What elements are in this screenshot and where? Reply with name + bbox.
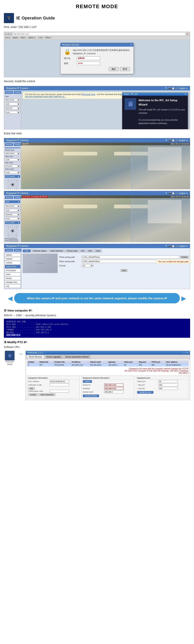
tab-character[interactable]: Character display	[31, 249, 48, 252]
header-section: firST 1 IE Operation Guide	[0, 12, 194, 25]
install-dialog-title: Setup - IPC_AX	[124, 93, 138, 95]
nav-camera[interactable]: Camera	[5, 261, 20, 264]
username-input[interactable]: admin	[77, 56, 100, 60]
nav-videoadio[interactable]: Video&Audio	[5, 265, 20, 268]
tab-video[interactable]: Video	[23, 249, 31, 252]
ptz-left[interactable]: ←	[6, 183, 10, 186]
rtsp-port-input[interactable]	[159, 387, 178, 390]
format-select[interactable]: AVI	[82, 264, 93, 267]
password-input[interactable]: ••••••	[77, 62, 100, 65]
tab-audio[interactable]: Audio	[94, 249, 102, 252]
video-size-select-3[interactable]: 720P	[5, 158, 20, 161]
ptz-down-right[interactable]: ↘	[15, 187, 19, 189]
http-port-row: · http port:	[137, 384, 188, 386]
browse-btn-settings[interactable]: Browse	[5, 249, 13, 252]
modify-network-btn[interactable]: Modify network	[83, 394, 99, 397]
tab-privacy[interactable]: Privacy mask	[65, 249, 79, 252]
stream-type-select-2[interactable]: Main stream	[5, 98, 20, 101]
ptz-right[interactable]: →	[15, 183, 19, 186]
color-mode-select-3[interactable]: Fresh	[5, 171, 20, 174]
modify-port-btn[interactable]: Modify the port	[137, 391, 154, 394]
ptz-l-3b[interactable]: ←	[6, 229, 10, 233]
nav-network[interactable]: Network	[5, 257, 20, 260]
dialog-cancel-button[interactable]: 取消	[120, 67, 130, 71]
color-mode-select-3b[interactable]: Fresh	[5, 217, 20, 220]
sw-tab-device-upgrades[interactable]: Device upgrades	[45, 355, 63, 358]
dialog-close[interactable]: ✕	[130, 44, 132, 46]
play-mode-select-3b[interactable]: Real time	[5, 213, 20, 216]
ptz-ul-3b[interactable]: ↖	[6, 225, 10, 229]
ptz-up-left[interactable]: ↖	[6, 178, 10, 182]
sw-maximize[interactable]: □	[185, 352, 186, 354]
ipcwizard-icon-label2: 安装包	[4, 363, 15, 366]
sw-tab-device-params[interactable]: Device parameters derived	[64, 355, 90, 358]
tab-motion[interactable]: Motion detection	[48, 249, 65, 252]
ptz-dr-3b[interactable]: ↘	[15, 233, 19, 237]
play-mode-select-2[interactable]: Real time	[5, 107, 20, 110]
tab-path[interactable]: Path	[86, 249, 94, 252]
dialog-buttons: 确定 取消	[64, 67, 130, 71]
sw-tab-device-browser[interactable]: Device Browser	[27, 355, 44, 358]
ptz-down-left[interactable]: ↙	[6, 187, 10, 189]
color-mode-select-2[interactable]: Fresh	[5, 111, 20, 114]
auth-row: Authorization code:	[28, 390, 79, 392]
setting-btn-settings[interactable]: Setting	[14, 249, 21, 252]
nav-alarm[interactable]: Alarm	[5, 273, 20, 276]
install-dialog-close[interactable]: ✕	[185, 93, 186, 95]
get-btn[interactable]: Get	[28, 387, 35, 390]
download-control-link[interactable]: click here download.control After instal…	[25, 96, 66, 98]
browse-btn-3b[interactable]: Browse	[5, 196, 13, 199]
nav-ptz[interactable]: PTZ function	[5, 269, 20, 272]
tab-roi[interactable]: ROI	[79, 249, 86, 252]
logo-box: firST 1	[4, 13, 14, 23]
page-title: REMOTE MODE	[0, 0, 194, 12]
nav-system[interactable]: System	[5, 253, 20, 257]
ptz-stop[interactable]: ⬛	[11, 183, 14, 186]
dialog-ok-button[interactable]: 确定	[109, 67, 119, 71]
auth-input[interactable]	[50, 390, 69, 392]
sw-close[interactable]: ✕	[187, 352, 188, 354]
play-mode-select-3[interactable]: Real time	[5, 165, 20, 168]
ptz-u-3b[interactable]: ↑	[11, 225, 14, 229]
auth-buttons: Contact Clear Passwords	[28, 393, 79, 396]
ptz-ur-3b[interactable]: ↗	[15, 225, 19, 229]
ptz-r-3b[interactable]: →	[15, 229, 19, 233]
ptz-c-3b[interactable]: ⬛	[11, 229, 14, 233]
gateway-input[interactable]	[104, 387, 124, 390]
search-button[interactable]: search	[83, 380, 92, 383]
step3-screenshot: Megapixel IP Camera 🔍 📷 📋 🔊 English ▼ Br…	[4, 138, 190, 189]
photo-browse-btn[interactable]: Browse	[180, 256, 189, 258]
setting-btn-2[interactable]: Setting	[14, 91, 21, 94]
video-size-select-3b[interactable]: 720P	[5, 209, 20, 212]
ptz-d-3b[interactable]: ↓	[11, 233, 14, 237]
fpacrobat-link[interactable]: FPAcrobat Tools	[81, 93, 95, 96]
clear-passwords-btn[interactable]: Clear Passwords	[39, 393, 55, 396]
camera-main-3: HD-IPC 2017-07-27 18:10:38	[21, 142, 190, 189]
browse-btn-3[interactable]: Browse	[5, 143, 13, 146]
photo-path-input[interactable]	[82, 256, 179, 259]
ptz-up[interactable]: ↑	[11, 178, 14, 182]
sw-minimize[interactable]: —	[182, 352, 184, 354]
step3b-screenshot: Megapixel IP Camera 🔍 📷 📋 🔊 English ▼ Br…	[4, 191, 190, 242]
ptz-dl-3b[interactable]: ↙	[6, 233, 10, 237]
setting-btn-3b[interactable]: Setting	[14, 196, 21, 199]
verify-input[interactable]	[50, 384, 69, 386]
setting-btn-3[interactable]: Setting	[14, 143, 21, 146]
sw-title: IPWizardII_2.2.1	[27, 352, 43, 354]
contact-btn[interactable]: Contact	[28, 393, 38, 396]
save-btn[interactable]: Save	[121, 269, 127, 272]
subnet-input[interactable]	[104, 390, 124, 393]
video-size-select-2[interactable]: 720P	[5, 102, 20, 105]
ptz-up-right[interactable]: ↗	[15, 178, 19, 182]
nav-log[interactable]: Log	[5, 284, 20, 288]
nav-record[interactable]: Record	[5, 276, 20, 280]
ptz-down[interactable]: ↓	[11, 187, 14, 189]
stream-type-select-3b[interactable]: Main stream	[5, 205, 20, 208]
stream-type-select-3[interactable]: Main stream	[5, 152, 20, 155]
browse-btn-2[interactable]: Browse	[5, 91, 13, 94]
video-port-input[interactable]	[159, 380, 178, 383]
device-id-input[interactable]	[104, 384, 124, 386]
nav-manage-users[interactable]: Manage Users	[5, 280, 20, 284]
http-port-input[interactable]	[159, 384, 178, 386]
mac-input[interactable]	[50, 380, 69, 383]
